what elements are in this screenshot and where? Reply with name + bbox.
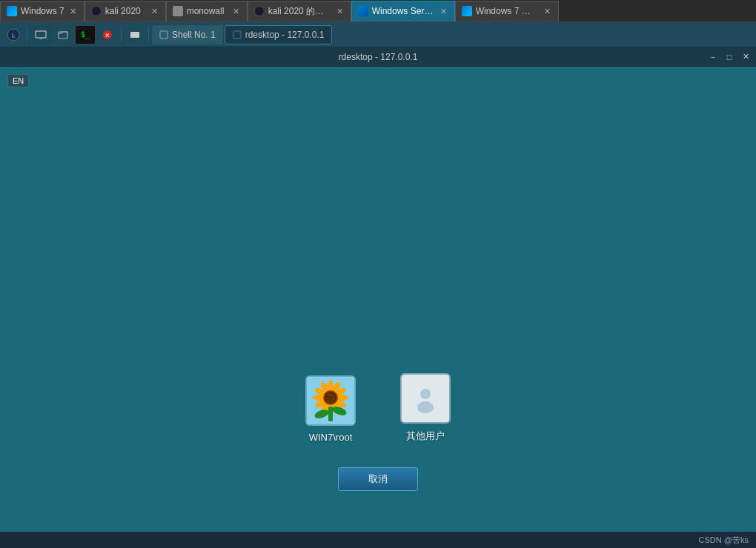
- svg-point-29: [328, 401, 329, 402]
- win7-clone-icon: [462, 6, 472, 16]
- svg-text:✕: ✕: [105, 32, 110, 39]
- kali2020-icon: [91, 6, 102, 16]
- tab-winserver2012-label: Windows Server 2012: [372, 6, 435, 16]
- terminal-icon: $_: [81, 30, 90, 39]
- tab-bar: Windows 7 ✕ kali 2020 ✕ monowall ✕ kali …: [0, 0, 756, 22]
- svg-point-28: [331, 401, 332, 402]
- footer: CSDN @苦ks: [0, 532, 756, 548]
- svg-point-30: [327, 398, 328, 399]
- svg-point-25: [330, 394, 331, 395]
- tab-kali2020-close[interactable]: ✕: [150, 7, 159, 16]
- tab-win7-clone-close[interactable]: ✕: [543, 7, 552, 16]
- tab-winserver2012-close[interactable]: ✕: [439, 7, 448, 16]
- login-area: WIN7\root 其他用户: [305, 373, 451, 443]
- user-avatar-other[interactable]: [400, 373, 451, 424]
- user-item-win7root[interactable]: WIN7\root: [305, 375, 356, 443]
- svg-rect-32: [328, 407, 333, 421]
- toolbar-separator-1: [27, 27, 27, 42]
- svg-point-24: [325, 392, 336, 404]
- tab-kali2020[interactable]: kali 2020 ✕: [84, 1, 166, 21]
- tab-monowall-label: monowall: [187, 6, 228, 16]
- monowall-icon: [173, 6, 183, 16]
- red-btn-icon: ✕: [102, 30, 113, 40]
- shell-tab-1-label: Shell No. 1: [172, 30, 216, 40]
- title-bar: rdesktop - 127.0.0.1 − □ ✕: [0, 47, 756, 67]
- shell-icon-1: [159, 30, 168, 39]
- tab-monowall-close[interactable]: ✕: [231, 7, 241, 16]
- kali-clone1-icon: [254, 6, 265, 16]
- tab-kali2020-label: kali 2020: [105, 6, 146, 16]
- other-user-silhouette: [411, 384, 440, 413]
- rdesktop-icon: [233, 30, 242, 39]
- tab-windows7-label: Windows 7: [21, 6, 64, 16]
- tab-kali-clone1-close[interactable]: ✕: [335, 7, 345, 16]
- title-bar-controls: − □ ✕: [706, 51, 752, 63]
- user-item-other[interactable]: 其他用户: [400, 373, 451, 443]
- svg-point-26: [332, 395, 334, 397]
- main-content: EN: [0, 67, 756, 532]
- sunflower-image: [307, 377, 354, 424]
- windows7-icon: [7, 6, 17, 16]
- close-button[interactable]: ✕: [739, 51, 752, 63]
- title-bar-title: rdesktop - 127.0.0.1: [339, 52, 418, 62]
- tab-win7-clone-label: Windows 7 的克隆: [476, 5, 539, 18]
- kali-logo-btn[interactable]: k: [3, 25, 24, 44]
- svg-text:k: k: [12, 32, 16, 39]
- svg-point-35: [420, 389, 431, 399]
- user-name-win7root: WIN7\root: [309, 432, 353, 443]
- svg-point-31: [328, 395, 330, 396]
- svg-rect-7: [130, 32, 139, 38]
- kali-logo-icon: k: [7, 28, 20, 41]
- cancel-button[interactable]: 取消: [338, 467, 418, 491]
- toolbar-btn-desktop[interactable]: [30, 25, 51, 44]
- svg-rect-4: [59, 32, 67, 39]
- desktop-icon: [35, 30, 47, 39]
- toolbar-separator-2: [121, 27, 122, 42]
- winserver2012-icon: [358, 6, 368, 16]
- restore-button[interactable]: □: [723, 51, 736, 63]
- tab-kali-clone1[interactable]: kali 2020 的克隆1 ✕: [248, 1, 351, 21]
- files-icon: [58, 30, 68, 39]
- footer-credit: CSDN @苦ks: [699, 535, 749, 546]
- minimize-button[interactable]: −: [706, 51, 720, 63]
- shell-tab-1[interactable]: Shell No. 1: [152, 25, 223, 44]
- svg-rect-8: [160, 31, 168, 39]
- user-avatar-win7root[interactable]: [305, 375, 356, 426]
- toolbar-btn-white-rect[interactable]: [125, 25, 145, 44]
- svg-point-36: [417, 401, 434, 413]
- window-icon: [129, 30, 141, 39]
- tab-windows7-close[interactable]: ✕: [68, 7, 78, 16]
- tab-monowall[interactable]: monowall ✕: [166, 1, 248, 21]
- user-name-other: 其他用户: [406, 430, 445, 443]
- svg-rect-3: [39, 38, 42, 39]
- toolbar: k $_ ✕ Shell No. 1: [0, 22, 756, 47]
- tab-winserver2012[interactable]: Windows Server 2012 ✕: [351, 1, 455, 21]
- rdesktop-tab[interactable]: rdesktop - 127.0.0.1: [225, 25, 333, 44]
- svg-point-27: [333, 398, 334, 400]
- toolbar-btn-terminal[interactable]: $_: [75, 25, 96, 44]
- toolbar-btn-red[interactable]: ✕: [97, 25, 118, 44]
- tab-kali-clone1-label: kali 2020 的克隆1: [268, 5, 331, 18]
- svg-rect-9: [233, 31, 241, 39]
- svg-rect-2: [36, 31, 46, 38]
- rdesktop-tab-label: rdesktop - 127.0.0.1: [245, 30, 325, 40]
- toolbar-btn-files[interactable]: [53, 25, 73, 44]
- toolbar-separator-3: [148, 27, 149, 42]
- tab-win7-clone[interactable]: Windows 7 的克隆 ✕: [455, 1, 559, 21]
- cancel-button-container: 取消: [338, 467, 418, 491]
- tab-windows7[interactable]: Windows 7 ✕: [0, 1, 84, 21]
- language-indicator[interactable]: EN: [7, 74, 29, 87]
